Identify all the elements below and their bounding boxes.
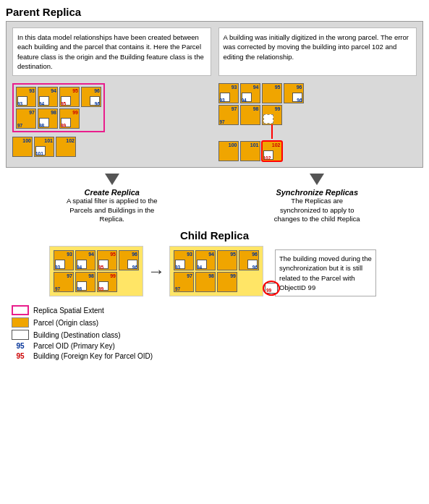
- child-row2: 97 97 98 98 99 99: [54, 272, 139, 292]
- c-parcel-95: 95 95: [97, 250, 117, 270]
- c-parcel-99: 99 99: [97, 272, 117, 292]
- legend-parcel-oid-num: 95: [12, 342, 29, 350]
- cr-parcel-97: 97 97: [174, 272, 194, 292]
- right-parcel-row-2: 97 97 98 99: [218, 105, 417, 125]
- r-parcel-100: 100: [218, 141, 239, 161]
- callout-box: The building moved during the synchroniz…: [275, 249, 376, 296]
- arrows-section: Create Replica A spatial filter is appli…: [6, 174, 423, 223]
- legend-spatial-label: Replica Spatial Extent: [33, 307, 104, 315]
- cr-row1: 93 93 94 94 95 96: [174, 250, 259, 270]
- legend-item-building-fk: 95 Building (Foreign Key for Parcel OID): [12, 352, 423, 360]
- arrow-right-down: [310, 174, 324, 185]
- r-parcel-95: 95: [262, 83, 282, 103]
- lower-parcels-right: 100 101 102 102: [218, 141, 417, 161]
- arrow-left-text: A spatial filter is applied to the Parce…: [65, 197, 159, 223]
- legend-item-spatial: Replica Spatial Extent: [12, 305, 423, 315]
- c-parcel-93: 93 93: [54, 250, 74, 270]
- info-box-left: In this data model relationships have be…: [12, 27, 211, 76]
- cr-parcel-95: 95: [217, 250, 237, 270]
- arrow-left-title: Create Replica: [85, 188, 140, 197]
- parcel-row-2: 97 97 98 98 99 99: [16, 108, 101, 129]
- legend-item-building: Building (Destination class): [12, 330, 423, 340]
- legend-building-fk-num: 95: [12, 352, 29, 360]
- parent-replica-title: Parent Replica: [6, 6, 423, 18]
- r-parcel-96: 96 96: [284, 83, 304, 103]
- parcel-101: 101 101: [34, 137, 54, 157]
- r-parcel-93: 93 93: [218, 83, 239, 103]
- parcel-93: 93 93: [16, 87, 36, 107]
- parcel-99: 99 99: [59, 108, 80, 129]
- red-circle-102: [261, 140, 283, 162]
- legend-building-fk-label: Building (Foreign Key for Parcel OID): [33, 352, 153, 360]
- lower-parcels-left: 100 101 101 102: [12, 137, 211, 157]
- cr-parcel-93: 93 93: [174, 250, 194, 270]
- arrow-right-title: Synchronize Replicas: [276, 188, 358, 197]
- arrow-right-block: Synchronize Replicas The Replicas are sy…: [218, 174, 417, 223]
- left-diagram-group: 93 93 94 94 95 95: [12, 83, 211, 157]
- parcel-row-1: 93 93 94 94 95 95: [16, 87, 101, 107]
- child-replica-title: Child Replica: [6, 229, 423, 242]
- right-diagram-group: 93 93 94 94 95 96 96: [218, 83, 417, 161]
- r-parcel-98: 98: [240, 105, 260, 125]
- r-parcel-99: 99: [262, 105, 282, 125]
- parcel-102: 102: [56, 137, 76, 157]
- pink-border-box: 93 93 94 94 95 95: [12, 83, 105, 132]
- info-box-right: A building was initially digitized in th…: [218, 27, 417, 76]
- child-right-diagram: 93 93 94 94 95 96: [169, 246, 263, 296]
- legend-item-parcel: Parcel (Origin class): [12, 317, 423, 328]
- legend-building-icon: [12, 330, 29, 340]
- legend-item-parcel-oid: 95 Parcel OID (Primary Key): [12, 342, 423, 350]
- parcel-97: 97 97: [16, 108, 36, 129]
- parent-replica-box: In this data model relationships have be…: [6, 21, 423, 168]
- parcel-94: 94 94: [38, 87, 58, 107]
- r-parcel-97: 97 97: [218, 105, 239, 125]
- legend-parcel-oid-label: Parcel OID (Primary Key): [33, 342, 115, 350]
- parcel-100: 100: [12, 137, 33, 157]
- c-parcel-98: 98 98: [75, 272, 95, 292]
- legend-parcel-icon: [12, 317, 29, 328]
- c-parcel-97: 97 97: [54, 272, 74, 292]
- c-parcel-96: 96 96: [119, 250, 139, 270]
- child-content: 93 93 94 94 95 95 96: [49, 246, 423, 296]
- child-replica-section: Child Replica 93 93 94 94 95: [6, 229, 423, 296]
- child-arrow-right: →: [148, 261, 165, 281]
- r-parcel-101: 101: [240, 141, 260, 161]
- legend-building-label: Building (Destination class): [33, 331, 121, 339]
- parcel-98: 98 98: [38, 108, 58, 129]
- legend-parcel-label: Parcel (Origin class): [33, 319, 98, 327]
- cr-parcel-94: 94 94: [195, 250, 216, 270]
- child-right-area: 93 93 94 94 95 96: [169, 246, 263, 296]
- right-parcel-row-1: 93 93 94 94 95 96 96: [218, 83, 417, 103]
- main-container: Parent Replica In this data model relati…: [0, 0, 429, 366]
- arrow-right-text: The Replicas are synchronized to apply t…: [270, 197, 364, 223]
- arrow-left-block: Create Replica A spatial filter is appli…: [13, 174, 211, 223]
- r-parcel-94: 94 94: [240, 83, 260, 103]
- parent-top-row: In this data model relationships have be…: [12, 27, 417, 76]
- cr-parcel-99: 99: [217, 272, 237, 292]
- red-line: [271, 124, 273, 139]
- parcel-95: 95 95: [59, 87, 80, 107]
- cr-parcel-98: 98: [195, 272, 216, 292]
- legend-spatial-icon: [12, 305, 29, 315]
- parent-diagrams-row: 93 93 94 94 95 95: [12, 83, 417, 161]
- r-parcel-102: 102 102: [262, 141, 282, 161]
- child-row1: 93 93 94 94 95 95 96: [54, 250, 139, 270]
- building-outside: 99: [265, 283, 278, 294]
- arrow-left-down: [105, 174, 119, 185]
- legend-section: Replica Spatial Extent Parcel (Origin cl…: [12, 305, 423, 360]
- cr-row2: 97 97 98 99: [174, 272, 259, 292]
- parcel-96: 96 96: [81, 87, 101, 107]
- c-parcel-94: 94 94: [75, 250, 95, 270]
- child-left-diagram: 93 93 94 94 95 95 96: [49, 246, 143, 296]
- cr-parcel-96: 96 96: [239, 250, 259, 270]
